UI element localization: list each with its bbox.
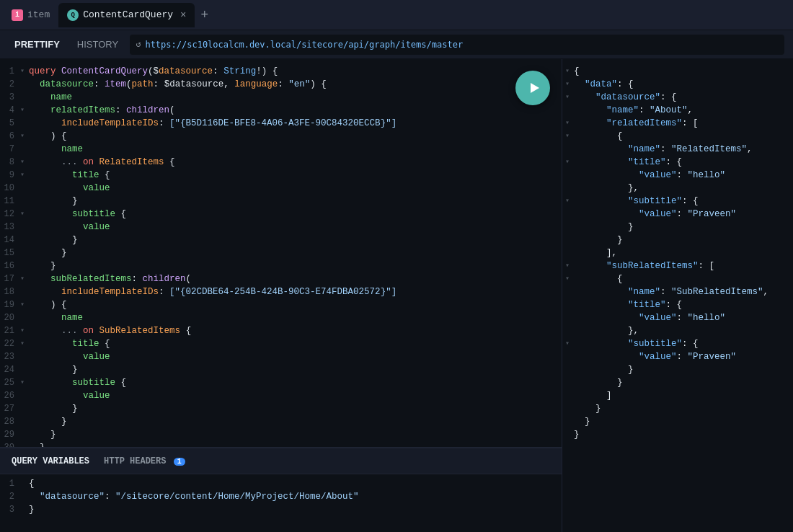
- code-line-20: 20 name: [0, 311, 562, 324]
- result-line-sri-title-close: },: [562, 324, 793, 337]
- code-line-7: 7 name: [0, 143, 562, 156]
- result-line-sri-arr-close: ]: [562, 389, 793, 402]
- code-line-6: 6 ▾ ) {: [0, 130, 562, 143]
- result-line-root-close: }: [562, 428, 793, 441]
- result-line-relateditems: ▾ "relatedItems": [: [562, 117, 793, 130]
- result-line-ri-title-close: },: [562, 182, 793, 195]
- result-line-ri-obj: ▾ {: [562, 130, 793, 143]
- result-line-ri-name: "name": "RelatedItems",: [562, 143, 793, 156]
- tab-close-button[interactable]: ×: [180, 9, 186, 21]
- result-line-data-close: }: [562, 415, 793, 428]
- code-line-27: 27 }: [0, 402, 562, 415]
- var-line-1: 1 {: [0, 477, 562, 490]
- code-line-14: 14 }: [0, 234, 562, 247]
- code-line-3: 3 name: [0, 91, 562, 104]
- http-headers-tab[interactable]: HTTP HEADERS 1: [98, 453, 191, 469]
- bottom-tab-bar: QUERY VARIABLES HTTP HEADERS 1: [0, 448, 562, 474]
- code-line-12: 12 ▾ subtitle {: [0, 208, 562, 221]
- code-line-8: 8 ▾ ... on RelatedItems {: [0, 156, 562, 169]
- http-headers-badge: 1: [174, 458, 185, 466]
- query-variables-editor[interactable]: 1 { 2 "datasource": "/sitecore/content/H…: [0, 474, 562, 532]
- url-bar: ↺ https://sc10localcm.dev.local/sitecore…: [130, 35, 784, 55]
- code-line-17: 17 ▾ subRelatedItems: children(: [0, 272, 562, 285]
- result-pane[interactable]: ▾ { ▾ "data": { ▾ "datasource": { "name"…: [562, 59, 793, 532]
- code-line-10: 10 value: [0, 182, 562, 195]
- code-line-30: 30 }: [0, 441, 562, 447]
- url-text: https://sc10localcm.dev.local/sitecore/a…: [145, 40, 463, 50]
- result-line-sri-title: "title": {: [562, 298, 793, 311]
- code-line-16: 16 }: [0, 260, 562, 272]
- result-line-data: ▾ "data": {: [562, 78, 793, 91]
- code-line-18: 18 includeTemplateIDs: ["{02CDBE64-254B-…: [0, 285, 562, 298]
- refresh-icon: ↺: [136, 39, 141, 50]
- result-line-ri-subtitle-val: "value": "Praveen": [562, 208, 793, 221]
- code-line-13: 13 value: [0, 221, 562, 234]
- result-line-sri-subtitle-close: }: [562, 363, 793, 376]
- result-line-sri-obj: ▾ {: [562, 272, 793, 285]
- query-variables-tab[interactable]: QUERY VARIABLES: [6, 453, 95, 469]
- result-line-sri-subtitle: ▾ "subtitle": {: [562, 337, 793, 350]
- code-line-24: 24 }: [0, 363, 562, 376]
- result-line-ri-title-val: "value": "hello": [562, 169, 793, 182]
- result-line-ri-subtitle: ▾ "subtitle": {: [562, 195, 793, 208]
- code-line-21: 21 ▾ ... on SubRelatedItems {: [0, 324, 562, 337]
- tab-query-icon: Q: [67, 9, 79, 21]
- var-line-2: 2 "datasource": "/sitecore/content/Home/…: [0, 490, 562, 503]
- code-line-28: 28 }: [0, 415, 562, 428]
- tab-item-label: item: [27, 9, 50, 20]
- result-line-sri-name: "name": "SubRelatedItems",: [562, 285, 793, 298]
- code-line-9: 9 ▾ title {: [0, 169, 562, 182]
- new-tab-button[interactable]: +: [195, 4, 214, 25]
- code-line-23: 23 value: [0, 350, 562, 363]
- result-line-ri-title: ▾ "title": {: [562, 156, 793, 169]
- code-line-2: 2 datasource: item(path: $datasource, la…: [0, 78, 562, 91]
- code-line-5: 5 includeTemplateIDs: ["{B5D116DE-BFE8-4…: [0, 117, 562, 130]
- tab-item[interactable]: i item: [3, 3, 58, 27]
- code-line-1: 1 ▾ query ContentCardQuery($datasource: …: [0, 65, 562, 78]
- result-line-subrelateitems: ▾ "subRelatedItems": [: [562, 260, 793, 272]
- code-editor[interactable]: 1 ▾ query ContentCardQuery($datasource: …: [0, 59, 562, 447]
- result-line-sri-obj-close: }: [562, 376, 793, 389]
- code-line-22: 22 ▾ title {: [0, 337, 562, 350]
- var-line-3: 3 }: [0, 503, 562, 516]
- result-line-ri-arr-close: ],: [562, 247, 793, 260]
- result-line-sri-title-val: "value": "hello": [562, 311, 793, 324]
- code-line-19: 19 ▾ ) {: [0, 298, 562, 311]
- code-line-29: 29 }: [0, 428, 562, 441]
- editor-pane: 1 ▾ query ContentCardQuery($datasource: …: [0, 59, 562, 532]
- code-line-15: 15 }: [0, 247, 562, 260]
- tab-content-card-query[interactable]: Q ContentCardQuery ×: [58, 3, 195, 27]
- code-line-26: 26 value: [0, 389, 562, 402]
- code-line-11: 11 }: [0, 195, 562, 208]
- code-line-4: 4 ▾ relatedItems: children(: [0, 104, 562, 117]
- main-content: 1 ▾ query ContentCardQuery($datasource: …: [0, 59, 793, 532]
- history-button[interactable]: HISTORY: [71, 36, 124, 53]
- prettify-button[interactable]: PRETTIFY: [9, 36, 66, 53]
- tab-query-label: ContentCardQuery: [83, 9, 173, 20]
- tab-bar: i item Q ContentCardQuery × +: [0, 0, 793, 30]
- bottom-panel: QUERY VARIABLES HTTP HEADERS 1 1 { 2 "da…: [0, 447, 562, 532]
- run-query-button[interactable]: [515, 71, 550, 105]
- code-line-25: 25 ▾ subtitle {: [0, 376, 562, 389]
- result-line-datasource-close: }: [562, 402, 793, 415]
- tab-item-icon: i: [12, 9, 23, 21]
- result-line-name: "name": "About",: [562, 104, 793, 117]
- svg-marker-0: [531, 83, 539, 93]
- result-line-ri-obj-close: }: [562, 234, 793, 247]
- result-line-ri-subtitle-close: }: [562, 221, 793, 234]
- result-line-sri-subtitle-val: "value": "Praveen": [562, 350, 793, 363]
- result-line-datasource: ▾ "datasource": {: [562, 91, 793, 104]
- result-line-root: ▾ {: [562, 65, 793, 78]
- toolbar: PRETTIFY HISTORY ↺ https://sc10localcm.d…: [0, 30, 793, 59]
